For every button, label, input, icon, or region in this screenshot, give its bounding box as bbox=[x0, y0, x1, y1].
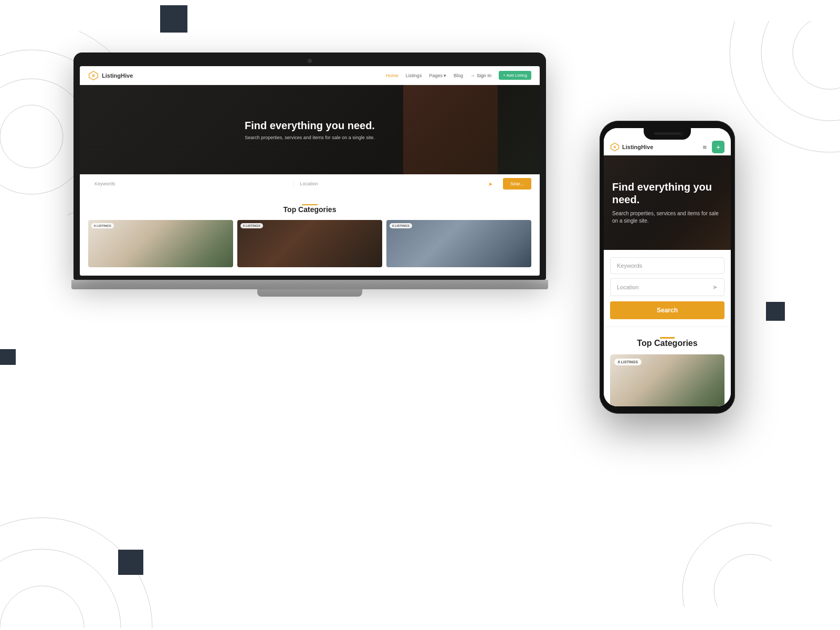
phone-speaker bbox=[654, 132, 680, 135]
phone-search-section: Keywords Location ➤ Search bbox=[604, 250, 731, 327]
laptop-logo-icon bbox=[88, 70, 99, 81]
laptop-logo: ListingHive bbox=[88, 70, 133, 81]
phone-category-badge: 6 LISTINGS bbox=[614, 359, 642, 365]
laptop-mockup: ListingHive Home Listings Pages ▾ Blog →… bbox=[74, 52, 546, 297]
svg-point-6 bbox=[730, 21, 840, 152]
location-arrow-icon: ➤ bbox=[488, 181, 492, 187]
laptop-site-header: ListingHive Home Listings Pages ▾ Blog →… bbox=[80, 66, 540, 85]
laptop-category-badge-1: 6 LISTINGS bbox=[91, 223, 114, 228]
phone-search-button[interactable]: Search bbox=[610, 301, 724, 319]
svg-rect-13 bbox=[92, 74, 95, 77]
laptop-category-card-2[interactable]: 6 LISTINGS bbox=[237, 220, 382, 267]
laptop-screen-outer: ListingHive Home Listings Pages ▾ Blog →… bbox=[74, 52, 546, 280]
svg-point-4 bbox=[793, 21, 840, 89]
laptop-nav-listings[interactable]: Listings bbox=[406, 73, 422, 78]
laptop-hero-bg-figure bbox=[403, 85, 498, 174]
phone-category-card-1[interactable]: 6 LISTINGS bbox=[610, 354, 724, 406]
laptop-nav-home[interactable]: Home bbox=[386, 73, 398, 78]
phone-hero-title: Find everything you need. bbox=[612, 181, 722, 206]
dark-square-4 bbox=[766, 302, 785, 321]
laptop-nav-pages[interactable]: Pages ▾ bbox=[429, 73, 446, 78]
laptop-hero-title: Find everything you need. bbox=[245, 120, 375, 132]
phone-hero-subtitle: Search properties, services and items fo… bbox=[612, 210, 722, 225]
laptop-screen: ListingHive Home Listings Pages ▾ Blog →… bbox=[80, 66, 540, 276]
chevron-down-icon: ▾ bbox=[444, 73, 446, 78]
svg-rect-15 bbox=[614, 146, 616, 149]
circle-group-bottom-right bbox=[625, 460, 772, 609]
phone-nav-icons: ≡ + bbox=[702, 141, 724, 153]
phone-location-icon: ➤ bbox=[712, 284, 718, 291]
laptop-camera bbox=[308, 59, 312, 63]
phone-logo-text: ListingHive bbox=[622, 144, 653, 150]
circles-br-svg bbox=[625, 460, 772, 607]
phone-location-input[interactable]: Location ➤ bbox=[610, 278, 724, 296]
circles-bl-svg bbox=[0, 497, 158, 628]
laptop-site-nav: Home Listings Pages ▾ Blog → Sign In + A… bbox=[386, 71, 531, 80]
laptop-categories-title-wrap: Top Categories bbox=[88, 204, 531, 214]
dark-square-3 bbox=[118, 550, 143, 575]
laptop-categories-title: Top Categories bbox=[88, 205, 531, 214]
phone-screen: ListingHive ≡ + Find everything you need… bbox=[604, 128, 731, 406]
svg-point-11 bbox=[682, 523, 772, 607]
laptop-signin-button[interactable]: → Sign In bbox=[470, 73, 491, 78]
phone-keywords-input[interactable]: Keywords bbox=[610, 257, 724, 274]
phone-location-text: Location bbox=[617, 284, 712, 290]
svg-point-9 bbox=[0, 518, 152, 628]
phone-categories-title-wrap: Top Categories bbox=[610, 337, 724, 348]
svg-point-8 bbox=[0, 549, 121, 628]
laptop-hero: Find everything you need. Search propert… bbox=[80, 85, 540, 174]
laptop-nav-blog[interactable]: Blog bbox=[454, 73, 463, 78]
phone-logo: ListingHive bbox=[610, 142, 653, 152]
laptop-keywords-input[interactable]: Keywords bbox=[88, 181, 294, 186]
phone-logo-icon bbox=[610, 142, 620, 152]
laptop-category-badge-2: 6 LISTINGS bbox=[240, 223, 263, 228]
laptop-logo-text: ListingHive bbox=[102, 72, 133, 79]
svg-point-5 bbox=[761, 21, 840, 121]
phone-outer-shell: ListingHive ≡ + Find everything you need… bbox=[600, 121, 735, 414]
laptop-category-card-1[interactable]: 6 LISTINGS bbox=[88, 220, 233, 267]
laptop-base bbox=[71, 280, 548, 289]
phone-hero: Find everything you need. Search propert… bbox=[604, 155, 731, 250]
laptop-categories-section: Top Categories 6 LISTINGS 6 LISTINGS 6 L… bbox=[80, 194, 540, 276]
svg-point-0 bbox=[0, 105, 63, 168]
laptop-categories-grid: 6 LISTINGS 6 LISTINGS 6 LISTINGS bbox=[88, 220, 531, 267]
phone-menu-icon[interactable]: ≡ bbox=[702, 143, 707, 151]
laptop-hero-subtitle: Search properties, services and items fo… bbox=[245, 135, 375, 140]
phone-mockup: ListingHive ≡ + Find everything you need… bbox=[600, 121, 735, 414]
laptop-category-card-3[interactable]: 6 LISTINGS bbox=[386, 220, 531, 267]
svg-point-7 bbox=[0, 586, 84, 628]
laptop-search-button[interactable]: Sear... bbox=[503, 178, 531, 190]
dark-square-1 bbox=[160, 5, 187, 33]
laptop-category-badge-3: 6 LISTINGS bbox=[390, 223, 412, 228]
phone-categories-section: Top Categories 6 LISTINGS bbox=[604, 327, 731, 406]
laptop-add-listing-button[interactable]: + Add Listing bbox=[499, 71, 531, 80]
dark-square-2 bbox=[0, 349, 16, 365]
phone-categories-title: Top Categories bbox=[610, 339, 724, 348]
laptop-stand bbox=[257, 289, 362, 297]
circle-group-bottom-left bbox=[0, 497, 158, 630]
phone-notch bbox=[644, 128, 691, 140]
phone-camera bbox=[679, 132, 684, 136]
phone-add-button[interactable]: + bbox=[712, 141, 724, 153]
laptop-search-bar: Keywords Location ➤ Sear... bbox=[80, 174, 540, 194]
svg-point-10 bbox=[714, 554, 772, 607]
laptop-location-input[interactable]: Location ➤ bbox=[294, 181, 499, 187]
signin-arrow-icon: → bbox=[470, 73, 475, 78]
